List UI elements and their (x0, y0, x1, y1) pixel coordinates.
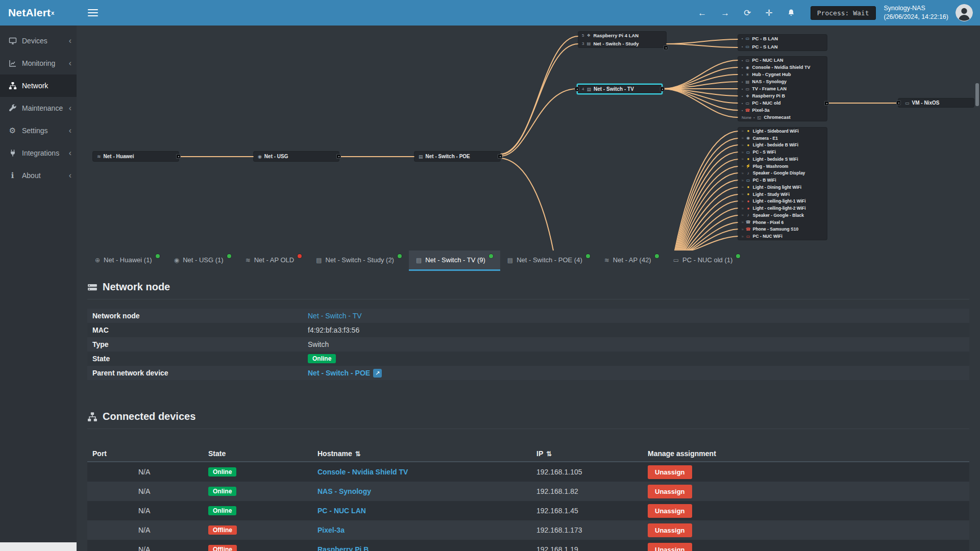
state-badge: Offline (208, 545, 237, 551)
app-logo[interactable]: NetAlertx (0, 0, 77, 26)
process-status-badge[interactable]: Process: Wait (811, 6, 876, 20)
diagram-device-row[interactable]: ❖ Raspberry Pi B (738, 92, 827, 99)
node-type-icon: ▤ (316, 257, 322, 264)
node-net-switch-poe[interactable]: ▤ Net - Switch - POE (414, 152, 500, 161)
unassign-button[interactable]: Unassign (648, 523, 692, 537)
ip-value: 192.168.1.173 (531, 526, 643, 534)
diagram-device-row[interactable]: ☎ Phone - Samsung S10 (738, 226, 827, 233)
diagram-device-row[interactable]: ▤ NAS - Synology (738, 78, 827, 85)
unassign-button[interactable]: Unassign (648, 485, 692, 498)
diagram-device-row[interactable]: ● Light - Study WiFi (738, 191, 827, 198)
lan-link-icon (742, 109, 743, 112)
hostname-link[interactable]: PC - NUC LAN (317, 507, 366, 515)
sidebar-item-maintenance[interactable]: Maintenance (0, 97, 77, 119)
diagram-device-row[interactable]: ☎ Phone - Pixel 6 (738, 219, 827, 226)
diagram-device-row[interactable]: ☎ Pixel-3a (738, 107, 827, 114)
sidebar-item-settings[interactable]: ⚙ Settings (0, 119, 77, 142)
node-type-icon: ⊕ (95, 257, 100, 264)
back-arrow-icon[interactable]: ← (698, 9, 706, 17)
diagram-device-row[interactable]: 3 ▤ Net - Switch - Study (578, 40, 666, 48)
switch-icon (87, 282, 97, 292)
node-net-usg[interactable]: ◉ Net - USG (254, 152, 339, 161)
diagram-device-row[interactable]: ⚡ Plug - Washroom (738, 163, 827, 170)
node-tab[interactable]: ⊕ Net - Huawei (1) (88, 251, 167, 271)
device-icon: ❖ (586, 33, 591, 38)
diagram-device-row[interactable]: ● Light - bedside S WiFi (738, 156, 827, 163)
host-name: Synology-NAS (884, 4, 949, 13)
top-header: NetAlertx ← → ⟳ ✛ Process: Wait Synology… (0, 0, 980, 26)
move-icon[interactable]: ✛ (766, 9, 773, 17)
diagram-device-row[interactable]: ♪ Speaker - Google Display (738, 170, 827, 177)
diagram-device-row[interactable]: ● Light - Sideboard WiFi (738, 128, 827, 135)
sort-icon[interactable] (546, 449, 552, 458)
refresh-icon[interactable]: ⟳ (744, 9, 751, 17)
scrollbar-thumb[interactable] (975, 83, 979, 106)
sort-icon[interactable] (355, 449, 361, 458)
device-icon: ● (746, 206, 751, 211)
node-tab[interactable]: ▤ Net - Switch - Study (2) (309, 251, 409, 271)
app-name-sup: x (51, 10, 54, 16)
hostname-link[interactable]: NAS - Synology (317, 487, 371, 495)
chevron-icon (69, 126, 71, 135)
diagram-device-row[interactable]: ◉ Camera - E1 (738, 135, 827, 142)
sidebar-item-about[interactable]: ℹ About (0, 164, 77, 187)
diagram-device-row[interactable]: ● Light - bedside B WiFi (738, 142, 827, 149)
diagram-device-row[interactable]: ♪ Speaker - Google - Black (738, 212, 827, 219)
sitemap-icon (87, 412, 97, 422)
diagram-device-row[interactable]: ● Light - ceiling-light-1 WiFi (738, 198, 827, 205)
unassign-button[interactable]: Unassign (648, 504, 692, 518)
port-value: N/A (138, 487, 150, 495)
open-parent-node-icon[interactable] (373, 369, 382, 378)
diagram-device-row[interactable]: ✳ Hub - Cygnet Hub (738, 71, 827, 78)
sidebar-item-integrations[interactable]: Integrations (0, 142, 77, 164)
hostname-link[interactable]: Console - Nvidia Shield TV (317, 468, 408, 476)
parent-node-link[interactable]: Net - Switch - POE (308, 369, 370, 377)
unassign-button[interactable]: Unassign (648, 465, 692, 479)
diagram-device-row[interactable]: ▭ TV - Frame LAN (738, 85, 827, 92)
device-icon: ▭ (745, 101, 750, 106)
diagram-device-row[interactable]: ▭ PC - S LAN (738, 43, 827, 51)
node-tab[interactable]: ▭ PC - NUC old (1) (666, 251, 748, 271)
device-icon: ● (746, 199, 751, 204)
node-tab[interactable]: ▤ Net - Switch - POE (4) (500, 251, 597, 271)
hostname-link[interactable]: Raspberry Pi B (317, 545, 369, 551)
node-tab[interactable]: ≋ Net - AP (42) (597, 251, 666, 271)
network-icon (8, 82, 17, 90)
status-dot (156, 254, 160, 258)
node-net-switch-tv-selected[interactable]: 4 ▤ Net - Switch - TV (577, 84, 663, 94)
node-tabs: ⊕ Net - Huawei (1) ◉ Net - USG (1) ≋ Net… (77, 251, 980, 271)
network-node-link[interactable]: Net - Switch - TV (308, 312, 362, 320)
wifi-link-icon (742, 143, 744, 147)
diagram-device-row[interactable]: ▭ PC - NUC WiFi (738, 233, 827, 240)
detail-row-type: Type Switch (87, 337, 969, 352)
node-tab[interactable]: ≋ Net - AP OLD (238, 251, 309, 271)
unassign-button[interactable]: Unassign (648, 543, 692, 551)
diagram-device-row[interactable]: None ◱ Chromecast (738, 114, 827, 121)
bell-icon[interactable] (787, 9, 795, 17)
diagram-device-row[interactable]: ◉ Console - Nvidia Shield TV (738, 64, 827, 71)
menu-toggle-button[interactable] (88, 9, 98, 16)
node-tab[interactable]: ◉ Net - USG (1) (167, 251, 238, 271)
state-badge: Online (208, 487, 236, 496)
forward-arrow-icon[interactable]: → (721, 9, 729, 17)
sidebar-item-devices[interactable]: Devices (0, 30, 77, 52)
node-net-huawei[interactable]: ≋ Net - Huawei (93, 152, 179, 161)
diagram-device-row[interactable]: ● Light - ceiling-light-2 WiFi (738, 205, 827, 212)
diagram-device-row[interactable]: ▭ PC - NUC LAN (738, 57, 827, 64)
diagram-device-row[interactable]: ▭ PC - B LAN (738, 35, 827, 43)
hostname-link[interactable]: Pixel-3a (317, 526, 345, 534)
user-avatar[interactable] (955, 4, 973, 21)
node-vm-nixos[interactable]: ▭ VM - NixOS (898, 98, 974, 107)
table-row: N/A Online PC - NUC LAN 192.168.1.45 Una… (87, 501, 969, 520)
status-dot (298, 254, 302, 258)
diagram-device-row[interactable]: ▭ PC - NUC old (738, 99, 827, 107)
diagram-device-row[interactable]: ▭ PC - B WiFi (738, 177, 827, 184)
devices-icon (8, 37, 17, 45)
sidebar-item-monitoring[interactable]: Monitoring (0, 52, 77, 74)
node-tab[interactable]: ▤ Net - Switch - TV (9) (409, 251, 500, 271)
diagram-device-row[interactable]: ● Light - Dining light WiFi (738, 184, 827, 191)
diagram-device-row[interactable]: 5 ❖ Raspberry Pi 4 LAN (578, 32, 666, 40)
sidebar-item-network[interactable]: Network (0, 74, 77, 97)
diagram-device-row[interactable]: ▭ PC - S WiFi (738, 148, 827, 156)
wifi-link-icon (742, 136, 744, 140)
